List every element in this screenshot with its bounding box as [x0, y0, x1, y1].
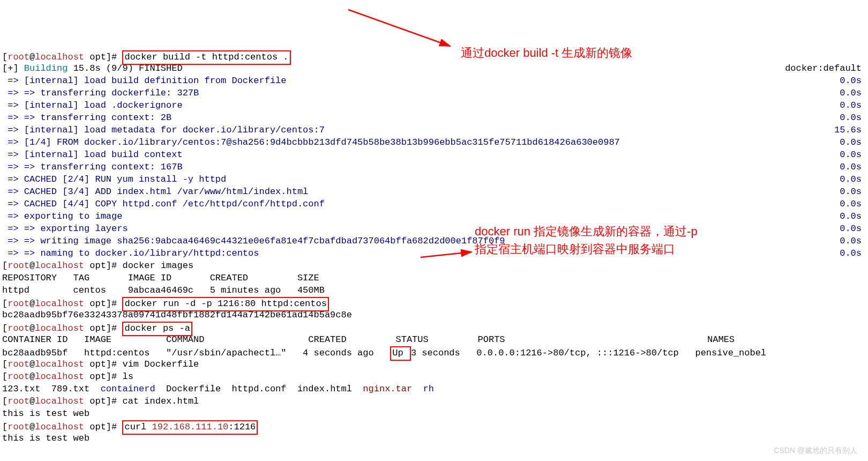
terminal-line: [root@localhost opt]# docker run -d -p 1… — [2, 297, 866, 309]
arrow-icon — [343, 4, 461, 53]
cmd-ls: ls — [122, 371, 133, 382]
build-step: => CACHED [4/4] COPY httpd.conf /etc/htt… — [2, 198, 866, 211]
terminal-line: [root@localhost opt]# vim Dockerfile — [2, 359, 866, 371]
annotation-build: 通过docker build -t 生成新的镜像 — [461, 44, 632, 62]
build-step: => => exporting layers0.0s — [2, 223, 866, 235]
curl-output: this is test web — [2, 433, 866, 445]
cmd-cat: cat index.html — [122, 396, 199, 406]
prompt: [root@localhost opt]# — [2, 396, 122, 406]
cmd-docker-images: docker images — [122, 261, 193, 271]
cmd-vim: vim Dockerfile — [122, 359, 199, 369]
ls-output: 123.txt 789.txt containerd Dockerfile ht… — [2, 383, 866, 396]
build-step: => exporting to image0.0s — [2, 211, 866, 223]
build-step: => => naming to docker.io/library/httpd:… — [2, 248, 866, 260]
terminal-line: [root@localhost opt]# cat index.html — [2, 396, 866, 408]
prompt: [root@localhost opt]# — [2, 359, 122, 369]
build-step: => [internal] load build definition from… — [2, 75, 866, 87]
prompt: [root@localhost opt]# — [2, 299, 122, 309]
build-step: => => transferring context: 2B0.0s — [2, 112, 866, 124]
build-step: => [internal] load metadata for docker.i… — [2, 124, 866, 137]
ps-row: bc28aadb95bf httpd:centos "/usr/sbin/apa… — [2, 346, 866, 359]
prompt: [root@localhost opt]# — [2, 371, 122, 382]
terminal-line: [root@localhost opt]# ls — [2, 371, 866, 383]
prompt: [root@localhost opt]# — [2, 422, 122, 432]
build-step: => => transferring context: 167B0.0s — [2, 161, 866, 174]
images-header: REPOSITORY TAG IMAGE ID CREATED SIZE — [2, 272, 866, 285]
prompt: [root@localhost opt]# — [2, 323, 122, 333]
ps-header: CONTAINER ID IMAGE COMMAND CREATED STATU… — [2, 334, 866, 346]
run-output: bc28aadb95bf76e33243378a09741d48fbf1882f… — [2, 309, 866, 322]
svg-line-0 — [348, 10, 450, 46]
terminal-line: [root@localhost opt]# docker ps -a — [2, 322, 866, 334]
prompt: [root@localhost opt]# — [2, 261, 122, 271]
terminal-line: [root@localhost opt]# curl 192.168.111.1… — [2, 420, 866, 433]
cat-output: this is test web — [2, 408, 866, 420]
images-row: httpd centos 9abcaa46469c 5 minutes ago … — [2, 285, 866, 297]
build-step: => => writing image sha256:9abcaa46469c4… — [2, 235, 866, 248]
build-step: => [internal] load build context0.0s — [2, 149, 866, 161]
watermark: CSDN @尴尬的只有别人 — [774, 445, 857, 456]
terminal-line: [root@localhost opt]# docker images — [2, 260, 866, 272]
build-header: [+] Building 15.8s (9/9) FINISHEDdocker:… — [2, 63, 866, 75]
build-step: => CACHED [3/4] ADD index.html /var/www/… — [2, 186, 866, 198]
prompt: [root@localhost opt]# — [2, 52, 122, 62]
build-step: => CACHED [2/4] RUN yum install -y httpd… — [2, 174, 866, 186]
terminal-line: [root@localhost opt]# docker build -t ht… — [2, 50, 866, 63]
build-step: => [internal] load .dockerignore0.0s — [2, 100, 866, 112]
annotation-run: docker run 指定镜像生成新的容器，通过-p指定宿主机端口映射到容器中服… — [475, 222, 700, 258]
build-step: => => transferring dockerfile: 327B0.0s — [2, 87, 866, 100]
build-step: => [1/4] FROM docker.io/library/centos:7… — [2, 137, 866, 149]
